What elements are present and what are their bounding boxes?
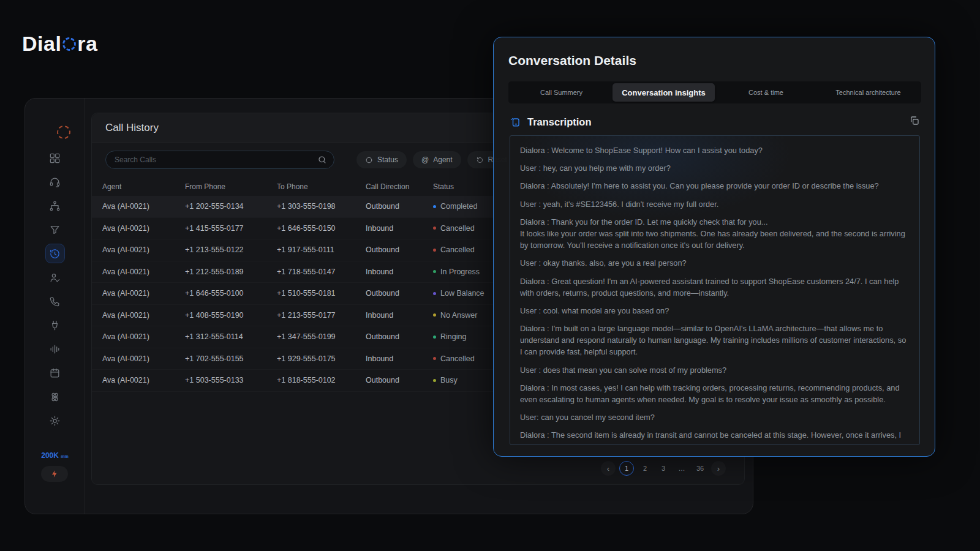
from-cell: +1 702-555-0155 bbox=[185, 354, 277, 363]
brand-name-suffix: ra bbox=[77, 32, 97, 56]
sidebar-logo-ring-icon bbox=[56, 124, 72, 141]
lightning-icon bbox=[50, 470, 59, 478]
column-header: From Phone bbox=[185, 182, 277, 191]
sidebar-item-plug[interactable] bbox=[46, 316, 64, 334]
tab-technical-architecture[interactable]: Technical architecture bbox=[817, 83, 919, 102]
copy-icon[interactable] bbox=[909, 115, 920, 126]
conversation-details-modal: Conversation Details Call SummeryConvers… bbox=[493, 37, 935, 457]
sidebar-item-history[interactable] bbox=[46, 244, 64, 263]
to-cell: +1 303-555-0198 bbox=[277, 202, 366, 211]
direction-cell: Outbound bbox=[366, 289, 433, 298]
from-cell: +1 408-555-0190 bbox=[185, 311, 277, 320]
sidebar-item-dashboard[interactable] bbox=[46, 149, 64, 167]
reset-icon bbox=[476, 156, 484, 164]
chip-label: Status bbox=[377, 156, 398, 164]
headset-icon bbox=[49, 176, 61, 188]
assistant-message: Dialora : The second item is already in … bbox=[520, 429, 910, 445]
column-header: Agent bbox=[102, 182, 185, 191]
status-dot-icon bbox=[433, 227, 436, 230]
transcription-title: Transcription bbox=[527, 116, 592, 128]
from-cell: +1 213-555-0122 bbox=[185, 246, 277, 254]
to-cell: +1 929-555-0175 bbox=[277, 354, 366, 363]
status-dot-icon bbox=[433, 270, 436, 273]
atom-icon bbox=[49, 391, 61, 403]
waveform-icon bbox=[49, 343, 61, 355]
pagination-next-button[interactable]: › bbox=[711, 461, 726, 476]
user-message: User : does that mean you can solve most… bbox=[520, 364, 910, 376]
agent-cell: Ava (AI-0021) bbox=[102, 289, 185, 298]
to-cell: +1 818-555-0102 bbox=[277, 376, 366, 384]
user-message: User : hey, can you help me with my orde… bbox=[520, 162, 910, 174]
sidebar-item-phone[interactable] bbox=[46, 292, 64, 310]
status-dot-icon bbox=[433, 357, 436, 360]
sidebar-item-funnel[interactable] bbox=[46, 220, 64, 239]
pagination-prev-button[interactable]: ‹ bbox=[601, 461, 616, 476]
user-message: User: can you cancel my second item? bbox=[520, 411, 910, 423]
status-label: Cancelled bbox=[440, 224, 475, 233]
plug-icon bbox=[49, 320, 61, 331]
tab-call-summery[interactable]: Call Summery bbox=[510, 83, 612, 102]
agent-filter-chip[interactable]: @Agent bbox=[413, 151, 461, 168]
pagination-page-2[interactable]: 2 bbox=[638, 461, 652, 476]
assistant-message: Dialora : I'm built on a large language … bbox=[520, 323, 910, 358]
status-label: No Answer bbox=[440, 311, 477, 320]
dashboard-icon bbox=[49, 152, 61, 164]
to-cell: +1 213-555-0177 bbox=[277, 311, 366, 320]
calendar-icon bbox=[49, 367, 61, 379]
search-input[interactable] bbox=[105, 151, 334, 169]
minutes-unit: min bbox=[61, 454, 68, 459]
sidebar-item-atom[interactable] bbox=[46, 388, 64, 406]
boost-button[interactable] bbox=[41, 466, 68, 482]
sidebar-item-gear[interactable] bbox=[46, 411, 64, 430]
filter-chips: Status@AgentReset bbox=[356, 151, 516, 168]
status-icon bbox=[365, 156, 373, 164]
status-label: Completed bbox=[440, 202, 477, 211]
search-icon[interactable] bbox=[317, 155, 327, 165]
from-cell: +1 646-555-0100 bbox=[185, 289, 277, 298]
sidebar-item-headset[interactable] bbox=[46, 173, 64, 191]
assistant-message: Dialora : Thank you for the order ID. Le… bbox=[520, 216, 910, 252]
to-cell: +1 718-555-0147 bbox=[277, 268, 366, 276]
funnel-icon bbox=[49, 224, 61, 236]
sidebar-item-calendar[interactable] bbox=[46, 364, 64, 382]
status-filter-chip[interactable]: Status bbox=[356, 151, 407, 168]
tab-cost-time[interactable]: Cost & time bbox=[715, 83, 817, 102]
pagination-page-3[interactable]: 3 bbox=[656, 461, 671, 476]
pagination-page-36[interactable]: 36 bbox=[693, 461, 707, 476]
sidebar-item-hierarchy[interactable] bbox=[46, 197, 64, 215]
from-cell: +1 503-555-0133 bbox=[185, 376, 277, 384]
pagination-ellipsis[interactable]: … bbox=[674, 461, 689, 476]
agent-cell: Ava (AI-0021) bbox=[102, 354, 185, 363]
direction-cell: Inbound bbox=[366, 224, 433, 233]
pagination-page-1[interactable]: 1 bbox=[619, 461, 634, 476]
agent-cell: Ava (AI-0021) bbox=[102, 311, 185, 320]
status-dot-icon bbox=[433, 379, 436, 382]
tab-conversation-insights[interactable]: Conversation insights bbox=[612, 83, 715, 102]
minutes-balance: 200K min bbox=[25, 451, 85, 460]
from-cell: +1 202-555-0134 bbox=[185, 202, 277, 211]
transcript-box[interactable]: Dialora : Welcome to ShopEase Support! H… bbox=[510, 135, 920, 445]
status-label: In Progress bbox=[440, 268, 480, 276]
history-icon bbox=[49, 248, 61, 260]
to-cell: +1 347-555-0199 bbox=[277, 332, 366, 341]
chip-label: Agent bbox=[433, 156, 452, 164]
user-message: User : yeah, it's #SE123456. I didn't re… bbox=[520, 198, 910, 210]
column-header: Call Direction bbox=[366, 182, 433, 191]
sidebar-item-user-check[interactable] bbox=[46, 268, 64, 287]
direction-cell: Outbound bbox=[366, 332, 433, 341]
phone-icon bbox=[49, 296, 61, 307]
direction-cell: Inbound bbox=[366, 354, 433, 363]
user-message: User : cool. what model are you based on… bbox=[520, 305, 910, 317]
from-cell: +1 212-555-0189 bbox=[185, 268, 277, 276]
logo-ring-icon bbox=[61, 35, 78, 52]
transcription-icon bbox=[510, 116, 521, 128]
direction-cell: Outbound bbox=[366, 246, 433, 254]
assistant-message: Dialora : In most cases, yes! I can help… bbox=[520, 382, 910, 405]
assistant-message: Dialora : Welcome to ShopEase Support! H… bbox=[520, 144, 910, 156]
sidebar-item-waveform[interactable] bbox=[46, 340, 64, 358]
to-cell: +1 646-555-0150 bbox=[277, 224, 366, 233]
agent-cell: Ava (AI-0021) bbox=[102, 332, 185, 341]
status-label: Cancelled bbox=[440, 246, 475, 254]
brand-logo: Dial ra bbox=[22, 32, 98, 56]
from-cell: +1 415-555-0177 bbox=[185, 224, 277, 233]
